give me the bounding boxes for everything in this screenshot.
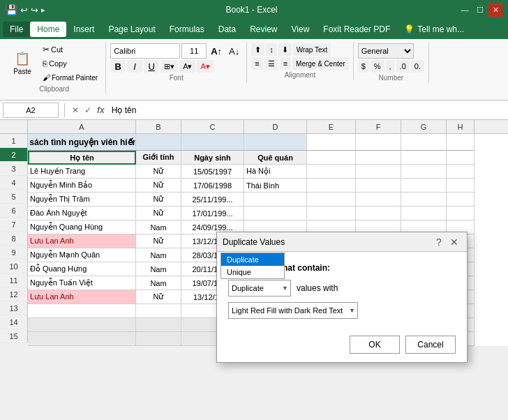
menu-insert[interactable]: Insert — [66, 22, 101, 37]
insert-function-icon[interactable]: fx — [96, 105, 106, 115]
cell-d4[interactable]: Thái Bình — [244, 179, 307, 193]
font-color-button[interactable]: A▾ — [197, 60, 213, 73]
col-header-g[interactable]: G — [401, 120, 447, 133]
cell-h5[interactable] — [447, 193, 475, 207]
col-header-f[interactable]: F — [356, 120, 401, 133]
header-b[interactable]: Giới tính — [136, 151, 181, 165]
cell-b5[interactable]: Nữ — [136, 193, 181, 207]
menu-data[interactable]: Data — [211, 22, 243, 37]
col-header-h[interactable]: H — [447, 120, 475, 133]
col-header-c[interactable]: C — [181, 120, 244, 133]
cell-b14[interactable] — [136, 318, 181, 332]
cell-c5[interactable]: 25/11/199... — [181, 193, 244, 207]
undo-icon[interactable]: ↩ — [20, 5, 28, 15]
border-button[interactable]: ⊞▾ — [160, 60, 178, 73]
copy-button[interactable]: ⎘ Copy — [39, 57, 101, 70]
cell-a5[interactable]: Nguyễn Thị Trâm — [28, 193, 136, 207]
cell-a8[interactable]: Lưu Lan Anh — [28, 234, 136, 248]
cut-button[interactable]: ✂ Cut — [39, 43, 101, 56]
close-button[interactable]: ✕ — [488, 3, 502, 17]
align-middle-button[interactable]: ↕ — [266, 43, 277, 56]
decrease-decimal-button[interactable]: 0. — [411, 60, 424, 73]
col-header-e[interactable]: E — [307, 120, 356, 133]
bold-button[interactable]: B — [110, 60, 126, 73]
cell-b7[interactable]: Nam — [136, 220, 181, 234]
font-name-input[interactable] — [110, 43, 180, 59]
cell-d6[interactable] — [244, 207, 307, 220]
cell-c3[interactable]: 15/05/1997 — [181, 165, 244, 179]
cell-f6[interactable] — [356, 207, 401, 220]
cell-g3[interactable] — [401, 165, 447, 179]
cell-a7[interactable]: Nguyễn Quang Hùng — [28, 220, 136, 234]
cell-g4[interactable] — [401, 179, 447, 193]
cell-g6[interactable] — [401, 207, 447, 220]
currency-button[interactable]: $ — [358, 60, 369, 73]
header-h[interactable] — [447, 151, 475, 165]
row-num-14[interactable]: 14 — [0, 315, 28, 329]
cell-a12[interactable]: Lưu Lan Anh — [28, 290, 136, 304]
underline-button[interactable]: U — [144, 60, 159, 73]
title-cell[interactable]: Danh sách tình nguyện viên hiến máu — [28, 134, 136, 151]
header-d[interactable]: Quê quán — [244, 151, 307, 165]
font-size-input[interactable] — [181, 43, 207, 59]
col-header-b[interactable]: B — [136, 120, 181, 133]
row-num-8[interactable]: 8 — [0, 232, 28, 246]
increase-decimal-button[interactable]: .0 — [396, 60, 410, 73]
wrap-text-button[interactable]: Wrap Text — [293, 43, 331, 56]
col-header-d[interactable]: D — [244, 120, 307, 133]
cancel-formula-icon[interactable]: ✕ — [70, 105, 80, 115]
cell-a9[interactable]: Nguyễn Mạnh Quân — [28, 248, 136, 262]
dialog-close-button[interactable]: ✕ — [447, 235, 461, 249]
col-header-a[interactable]: A — [28, 120, 136, 133]
cell-d3[interactable]: Hà Nội — [244, 165, 307, 179]
row-num-15[interactable]: 15 — [0, 329, 28, 343]
align-center-button[interactable]: ☰ — [264, 57, 278, 70]
cell-b3[interactable]: Nữ — [136, 165, 181, 179]
row-num-12[interactable]: 12 — [0, 287, 28, 301]
cell-a10[interactable]: Đỗ Quang Hưng — [28, 262, 136, 276]
cell-h3[interactable] — [447, 165, 475, 179]
cell-a15[interactable] — [28, 332, 136, 346]
cell-b4[interactable]: Nữ — [136, 179, 181, 193]
cell-g5[interactable] — [401, 193, 447, 207]
cell-d5[interactable] — [244, 193, 307, 207]
format-painter-button[interactable]: 🖌 Format Painter — [39, 71, 101, 84]
cell-a6[interactable]: Đào Ánh Nguyệt — [28, 207, 136, 220]
cell-b8[interactable]: Nữ — [136, 234, 181, 248]
row-num-10[interactable]: 10 — [0, 260, 28, 273]
cell-a3[interactable]: Lê Huyền Trang — [28, 165, 136, 179]
row-num-13[interactable]: 13 — [0, 301, 28, 315]
cell-e4[interactable] — [307, 179, 356, 193]
dialog-cancel-button[interactable]: Cancel — [405, 336, 456, 354]
menu-foxit[interactable]: Foxit Reader PDF — [316, 22, 397, 37]
align-left-button[interactable]: ≡ — [251, 57, 262, 70]
header-c[interactable]: Ngày sinh — [181, 151, 244, 165]
header-a[interactable]: Họ tên — [28, 151, 136, 165]
dropdown-item-duplicate[interactable]: Duplicate — [221, 253, 284, 266]
cell-a14[interactable] — [28, 318, 136, 332]
row-num-9[interactable]: 9 — [0, 246, 28, 260]
comma-button[interactable]: , — [386, 60, 395, 73]
menu-page-layout[interactable]: Page Layout — [101, 22, 162, 37]
menu-tell-me[interactable]: 💡Tell me wh... — [397, 22, 471, 37]
header-f[interactable] — [356, 151, 401, 165]
header-g[interactable] — [401, 151, 447, 165]
cell-b11[interactable]: Nam — [136, 276, 181, 290]
align-bottom-button[interactable]: ⬇ — [278, 43, 292, 56]
redo-icon[interactable]: ↪ — [31, 5, 38, 15]
cell-h6[interactable] — [447, 207, 475, 220]
row-num-5[interactable]: 5 — [0, 190, 28, 204]
paste-button[interactable]: 📋 Paste — [7, 43, 38, 82]
row-num-6[interactable]: 6 — [0, 204, 28, 218]
row-num-4[interactable]: 4 — [0, 176, 28, 190]
percent-button[interactable]: % — [371, 60, 384, 73]
dialog-help-button[interactable]: ? — [432, 235, 446, 249]
row-num-11[interactable]: 11 — [0, 273, 28, 287]
decrease-font-button[interactable]: A↓ — [226, 45, 242, 57]
increase-font-button[interactable]: A↑ — [208, 45, 225, 57]
cell-h4[interactable] — [447, 179, 475, 193]
confirm-formula-icon[interactable]: ✓ — [83, 105, 93, 115]
menu-view[interactable]: View — [285, 22, 317, 37]
duplicate-type-select[interactable]: Duplicate Unique — [228, 280, 291, 297]
align-top-button[interactable]: ⬆ — [251, 43, 264, 56]
